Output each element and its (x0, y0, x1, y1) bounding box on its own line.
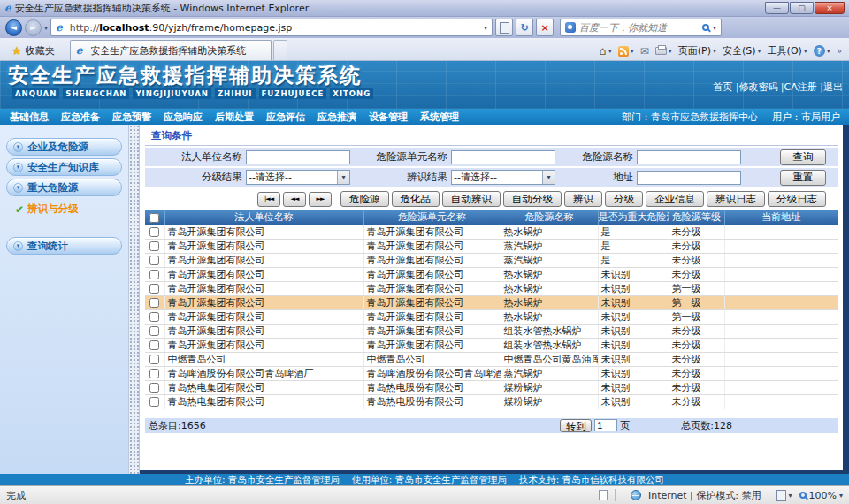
browser-tab[interactable]: e 安全生产应急救援指挥辅助决策系统 (70, 40, 272, 60)
sidebar-group-1[interactable]: ▾企业及危险源 (6, 138, 122, 156)
action-button-4[interactable]: 自动分级 (503, 191, 562, 207)
legal-name-input[interactable] (246, 150, 350, 164)
read-mail-button[interactable]: ✉ (640, 45, 649, 57)
hazard-name-input[interactable] (637, 150, 741, 164)
nav-item-8[interactable]: 设备管理 (363, 111, 414, 124)
header-link-3[interactable]: CA注册 (784, 81, 817, 93)
address-input-field[interactable] (637, 171, 741, 185)
header-link-2[interactable]: 修改密码 (738, 81, 777, 93)
table-row[interactable]: 青岛热电集团有限公司青岛热电股份有限公司煤粉锅炉未识别未分级 (145, 380, 838, 394)
address-dropdown-icon[interactable]: ▾ (484, 24, 487, 32)
row-checkbox[interactable] (149, 227, 159, 237)
header-link-4[interactable]: 退出 (823, 81, 843, 93)
search-button[interactable]: 查询 (780, 149, 826, 165)
nav-item-2[interactable]: 应急准备 (55, 111, 106, 124)
nav-item-5[interactable]: 后期处置 (209, 111, 260, 124)
goto-page-button[interactable]: 转到 (560, 419, 592, 432)
history-dropdown-icon[interactable]: ▾ (44, 24, 48, 32)
sidebar-item-identify-grade[interactable]: ✔ 辨识与分级 (15, 202, 128, 216)
table-row[interactable]: 青岛开源集团有限公司青岛开源集团有限公司热水锅炉是未分级 (145, 225, 838, 239)
feeds-dropdown-icon[interactable]: ▾ (631, 47, 634, 55)
close-button[interactable]: × (815, 2, 845, 14)
row-checkbox[interactable] (149, 312, 159, 322)
maximize-button[interactable]: ▢ (790, 2, 814, 14)
hazard-unit-input[interactable] (451, 150, 555, 164)
table-header-row: 法人单位名称危险源单元名称危险源名称是否为重大危险源危险源等级当前地址 (145, 210, 838, 225)
table-row[interactable]: 青岛开源集团有限公司青岛开源集团有限公司组装水管热水锅炉未识别未分级 (145, 338, 838, 352)
row-checkbox[interactable] (149, 298, 159, 308)
header-link-1[interactable]: 首页 (713, 81, 732, 93)
search-dropdown-icon[interactable]: ▾ (713, 24, 716, 32)
table-row[interactable]: 青岛开源集团有限公司青岛开源集团有限公司组装水管热水锅炉未识别未分级 (145, 324, 838, 338)
table-row[interactable]: 青岛开源集团有限公司青岛开源集团有限公司蒸汽锅炉是未分级 (145, 253, 838, 267)
row-checkbox[interactable] (149, 270, 159, 279)
search-icon[interactable] (702, 24, 709, 31)
pager-next-button[interactable]: ►► (309, 192, 332, 207)
help-menu-button[interactable]: ?▾ (814, 45, 830, 57)
row-checkbox[interactable] (149, 241, 159, 251)
select-all-checkbox[interactable] (149, 213, 159, 223)
new-tab-button[interactable] (273, 40, 287, 60)
row-checkbox[interactable] (149, 369, 159, 378)
nav-item-3[interactable]: 应急预警 (106, 111, 157, 124)
row-checkbox[interactable] (149, 284, 159, 294)
zoom-control[interactable]: 100% ▾ (799, 490, 843, 501)
table-row[interactable]: 青岛开源集团有限公司青岛开源集团有限公司热水锅炉未识别第一级 (145, 309, 838, 324)
action-button-7[interactable]: 企业信息 (646, 191, 704, 207)
back-button[interactable]: ◄ (5, 19, 22, 36)
print-button[interactable]: ▾ (655, 47, 672, 55)
pager-prev-button[interactable]: ◄◄ (283, 192, 306, 207)
sidebar-group-3[interactable]: ▾重大危险源 (6, 179, 122, 196)
table-row[interactable]: 中燃青岛公司中燃青岛公司中燃青岛公司黄岛油库锅炉未识别未分级 (145, 352, 838, 366)
reset-button[interactable]: 重置 (780, 170, 826, 186)
row-checkbox[interactable] (149, 340, 159, 350)
action-button-2[interactable]: 危化品 (392, 191, 440, 207)
table-row[interactable]: 青岛开源集团有限公司青岛开源集团有限公司热水锅炉未识别第一级 (145, 295, 838, 309)
nav-item-4[interactable]: 应急响应 (157, 111, 209, 124)
minimize-button[interactable]: — (765, 2, 789, 14)
print-dropdown-icon[interactable]: ▾ (669, 47, 672, 55)
favorites-button[interactable]: ★ 收藏夹 (4, 42, 63, 60)
action-button-9[interactable]: 分级日志 (768, 191, 826, 207)
forward-button[interactable]: ► (25, 19, 42, 36)
nav-item-6[interactable]: 应急评估 (260, 111, 311, 124)
feeds-button[interactable]: ▾ (618, 46, 634, 57)
search-input[interactable]: 百度一下，你就知道 ▾ (560, 19, 722, 36)
row-checkbox[interactable] (149, 326, 159, 336)
nav-item-1[interactable]: 基础信息 (4, 111, 55, 124)
page-menu-button[interactable]: 页面(P)▾ (678, 44, 716, 57)
grading-result-select[interactable]: --请选择-- ▾ (246, 170, 350, 185)
address-input[interactable]: e http://localhost:90/yjzh/frame/homepag… (50, 19, 493, 36)
action-button-6[interactable]: 分级 (605, 191, 643, 207)
nav-item-7[interactable]: 应急推演 (311, 111, 363, 124)
tools-menu-button[interactable]: 工具(O)▾ (768, 44, 807, 57)
home-dropdown-icon[interactable]: ▾ (608, 47, 612, 55)
home-button[interactable]: ⌂▾ (599, 44, 611, 57)
sidebar-group-stats[interactable]: ▾ 查询统计 (6, 237, 122, 255)
table-row[interactable]: 青岛开源集团有限公司青岛开源集团有限公司热水锅炉未识别第一级 (145, 281, 838, 295)
action-button-8[interactable]: 辨识日志 (707, 191, 765, 207)
goto-page-input[interactable] (594, 419, 617, 431)
action-button-5[interactable]: 辨识 (564, 191, 602, 207)
stop-button[interactable]: × (536, 19, 554, 36)
compatibility-zoom-button[interactable]: ▾ (776, 490, 792, 501)
row-checkbox[interactable] (149, 355, 159, 364)
table-row[interactable]: 青岛开源集团有限公司青岛开源集团有限公司热水锅炉未识别未分级 (145, 267, 838, 281)
safety-menu-button[interactable]: 安全(S)▾ (723, 44, 761, 57)
compatibility-view-button[interactable] (495, 19, 513, 36)
sidebar-group-2[interactable]: ▾安全生产知识库 (6, 158, 122, 176)
table-row[interactable]: 青岛热电集团有限公司青岛热电股份有限公司煤粉锅炉未识别未分级 (145, 394, 838, 409)
nav-item-9[interactable]: 系统管理 (414, 111, 465, 124)
action-button-1[interactable]: 危险源 (340, 191, 389, 207)
overflow-chevron-icon[interactable]: » (837, 46, 842, 56)
pane-splitter[interactable] (128, 125, 140, 474)
refresh-button[interactable]: ↻ (516, 19, 533, 36)
action-button-3[interactable]: 自动辨识 (442, 191, 501, 207)
table-row[interactable]: 青岛啤酒股份有限公司青岛啤酒厂青岛啤酒股份有限公司青岛啤酒厂蒸汽锅炉未识别未分级 (145, 366, 838, 380)
row-checkbox[interactable] (149, 256, 159, 265)
row-checkbox[interactable] (149, 383, 159, 393)
table-row[interactable]: 青岛开源集团有限公司青岛开源集团有限公司蒸汽锅炉是未分级 (145, 239, 838, 253)
pager-first-button[interactable]: |◄◄ (257, 192, 280, 207)
row-checkbox[interactable] (149, 397, 159, 407)
identify-result-select[interactable]: --请选择-- ▾ (451, 170, 555, 185)
